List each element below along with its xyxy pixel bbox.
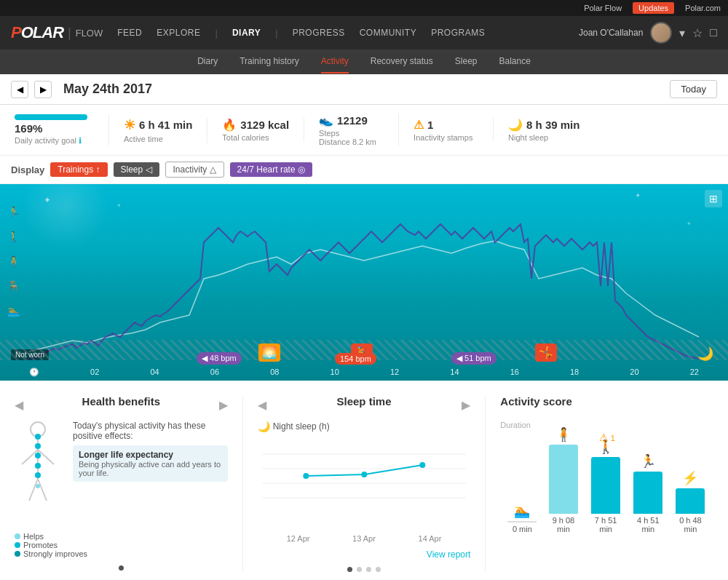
- active-time-value: ☀ 6 h 41 min: [124, 117, 192, 133]
- health-highlight-text: Being physically active can add years to…: [79, 460, 222, 477]
- health-next-button[interactable]: ▶: [219, 398, 228, 412]
- time-10: 10: [331, 368, 339, 377]
- moon-event: 🌙: [697, 346, 713, 362]
- time-16: 16: [510, 368, 519, 377]
- bar-time-1: 0 min: [513, 525, 532, 533]
- date-bar: ◀ ▶ May 24th 2017 Today: [0, 74, 728, 105]
- subnav-diary[interactable]: Diary: [197, 50, 218, 74]
- tag-trainings[interactable]: Trainings ↑: [50, 162, 107, 177]
- activity-goal-label: Daily activity goal ℹ: [15, 136, 94, 146]
- health-panel-nav: ◀ Health benefits ▶: [15, 395, 228, 415]
- tag-inactivity[interactable]: Inactivity △: [165, 162, 224, 178]
- sleep-prev-button[interactable]: ◀: [258, 398, 266, 412]
- health-text-content: Today's physical activity has these posi…: [73, 421, 228, 525]
- dropdown-icon[interactable]: ▾: [679, 26, 685, 40]
- today-button[interactable]: Today: [670, 80, 717, 98]
- health-subtitle: Today's physical activity has these posi…: [73, 421, 228, 441]
- health-legend: Helps Promotes Strongly improves: [15, 532, 228, 558]
- bar-time-3: 7 h 51 min: [590, 516, 622, 533]
- bar-1: [507, 521, 537, 523]
- activity-score-panel: Activity score Duration ⚠ 1 🏊 0 min 🧍 9 …: [500, 395, 713, 572]
- sleep-chart: [258, 440, 471, 527]
- subnav-activity[interactable]: Activity: [321, 50, 349, 74]
- inactivity-value: ⚠ 1: [414, 118, 478, 132]
- stat-activity-goal: 169% Daily activity goal ℹ: [15, 114, 109, 146]
- progress-bar-container: [15, 114, 87, 120]
- bar-4: [633, 472, 662, 514]
- stat-sleep: 🌙 8 h 39 min Night sleep: [494, 118, 594, 142]
- subnav-recovery[interactable]: Recovery status: [371, 50, 433, 74]
- star-icon[interactable]: ☆: [692, 26, 703, 40]
- nav-progress[interactable]: PROGRESS: [293, 28, 345, 38]
- svg-line-5: [38, 479, 47, 501]
- health-benefits-panel: ◀ Health benefits ▶: [15, 395, 228, 572]
- health-title: Health benefits: [82, 395, 161, 408]
- tag-heartrate[interactable]: 24/7 Heart rate ◎: [230, 162, 312, 177]
- activity-chart: ✦ ✦ ✦ ✦ 🏃 🚶 🧍 🪑 🏊 Not worn 🌅 🚴: [0, 184, 728, 381]
- nav-feed[interactable]: FEED: [117, 28, 142, 38]
- subnav-sleep[interactable]: Sleep: [455, 50, 478, 74]
- calories-value: 🔥 3129 kcal: [222, 118, 289, 132]
- subnav-training-history[interactable]: Training history: [240, 50, 299, 74]
- nav-programs[interactable]: PROGRAMS: [431, 28, 485, 38]
- display-controls: Display Trainings ↑ Sleep ◁ Inactivity △…: [0, 156, 728, 184]
- stat-active-time: ☀ 6 h 41 min Active time: [109, 117, 207, 143]
- promotes-dot: [15, 542, 20, 548]
- time-22: 22: [690, 368, 699, 377]
- nav-community[interactable]: COMMUNITY: [360, 28, 417, 38]
- sub-nav: Diary Training history Activity Recovery…: [0, 49, 728, 74]
- polar-flow-link[interactable]: Polar Flow: [584, 4, 622, 12]
- nav-divider-diary: |: [215, 28, 217, 39]
- message-icon[interactable]: □: [710, 26, 717, 39]
- logo-flow: FLOW: [76, 28, 103, 39]
- polar-com-link[interactable]: Polar.com: [685, 4, 721, 12]
- inactivity-count: ⚠ 1: [500, 432, 713, 443]
- avatar[interactable]: [650, 22, 672, 44]
- stat-calories: 🔥 3129 kcal Total calories: [207, 118, 304, 142]
- prev-date-button[interactable]: ◀: [11, 81, 28, 98]
- subnav-balance[interactable]: Balance: [499, 50, 531, 74]
- stats-bar: 169% Daily activity goal ℹ ☀ 6 h 41 min …: [0, 105, 728, 156]
- time-label-clock: 🕐: [29, 368, 39, 377]
- sleep-value: 🌙 8 h 39 min: [508, 118, 579, 132]
- logo[interactable]: POLAR | FLOW: [11, 23, 103, 42]
- date-nav: ◀ ▶ May 24th 2017: [11, 81, 152, 98]
- duration-label: Duration: [500, 421, 713, 429]
- sleep-dot-4: [376, 567, 381, 572]
- score-bar-group-4: 🏃 4 h 51 min: [633, 453, 664, 533]
- nav-explore[interactable]: EXPLORE: [157, 28, 200, 38]
- nav-diary[interactable]: DIARY: [232, 28, 261, 38]
- chart-filter-button[interactable]: ⊞: [705, 190, 722, 207]
- sleep-dot-2: [357, 567, 362, 572]
- inactivity-label: Inactivity stamps: [414, 133, 478, 142]
- view-report-link[interactable]: View report: [427, 549, 470, 560]
- bar-time-2: 9 h 08 min: [547, 516, 579, 533]
- sleep-next-button[interactable]: ▶: [462, 398, 470, 412]
- tag-sleep[interactable]: Sleep ◁: [114, 162, 159, 177]
- score-chart: ⚠ 1 🏊 0 min 🧍 9 h 08 min 🚶: [500, 432, 713, 533]
- sleep-date-2: 13 Apr: [352, 534, 376, 543]
- next-date-button[interactable]: ▶: [34, 81, 52, 98]
- logo-polar: POLAR: [11, 23, 63, 42]
- sleep-time-panel: ◀ Sleep time ▶ 🌙 Night sleep (h): [258, 395, 471, 572]
- current-date: May 24th 2017: [63, 82, 152, 97]
- body-svg: [15, 421, 62, 523]
- sleep-dates: 12 Apr 13 Apr 14 Apr: [258, 534, 471, 543]
- health-prev-button[interactable]: ◀: [15, 398, 23, 412]
- user-name: Joan O'Callahan: [579, 28, 643, 38]
- sleep-chart-svg: [258, 440, 471, 512]
- updates-link[interactable]: Updates: [633, 2, 674, 14]
- svg-line-4: [29, 479, 38, 501]
- steps-label: Steps Distance 8.2 km: [319, 129, 384, 146]
- time-axis: 🕐 02 04 06 08 10 12 14 16 18 20 22: [0, 368, 728, 377]
- sunrise-event: 🌅: [258, 343, 280, 362]
- time-08: 08: [270, 368, 279, 377]
- top-bar: Polar Flow Updates Polar.com: [0, 0, 728, 16]
- calories-label: Total calories: [222, 133, 289, 142]
- body-figure: [15, 421, 66, 525]
- time-12: 12: [390, 368, 399, 377]
- health-dots: [15, 565, 228, 571]
- svg-point-18: [419, 462, 425, 468]
- nav-right: Joan O'Callahan ▾ ☆ □: [579, 22, 717, 44]
- time-20: 20: [630, 368, 638, 377]
